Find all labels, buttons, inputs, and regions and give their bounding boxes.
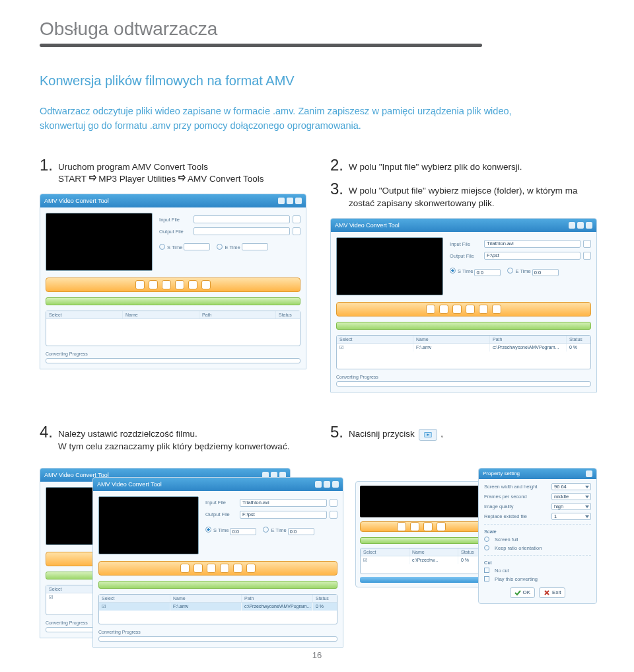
scale-ratio-radio[interactable] [484,545,489,550]
browse-input-button[interactable] [583,240,591,248]
pause-button[interactable] [194,564,203,573]
play-button[interactable] [397,522,406,531]
step-1-line-b-suffix: AMV Convert Tools [188,174,264,184]
input-file-field[interactable]: Triathlon.avi [240,499,327,507]
browse-input-button[interactable] [293,215,300,223]
etime-radio[interactable] [217,244,223,250]
stime-field[interactable]: 0:0 [474,269,501,276]
cell-select[interactable]: ☑ [337,344,413,352]
maximize-icon[interactable] [287,198,293,204]
timeline-bar[interactable] [98,581,337,589]
step-1: 1. Uruchom program AMV Convert Tools STA… [40,157,306,186]
stime-radio[interactable] [450,268,456,274]
minimize-icon[interactable] [315,481,322,488]
stime-field[interactable] [184,243,210,250]
pause-button[interactable] [149,280,158,289]
ok-button[interactable]: OK [510,587,536,598]
convert-button[interactable] [466,305,475,314]
stop-button[interactable] [452,305,462,314]
row-2: 4. Należy ustawić rozdzielczość filmu. W… [40,424,597,461]
cut-nocut-checkbox[interactable] [484,568,489,573]
quality-select[interactable]: high [551,503,591,510]
window-buttons [278,198,302,204]
th-name: Name [413,336,490,343]
minimize-icon[interactable] [278,198,285,204]
replace-select[interactable]: 1 [551,513,591,520]
resolution-select[interactable]: 96 64 [551,483,591,490]
browse-input-button[interactable] [330,499,337,507]
window-buttons [569,222,592,229]
table-row[interactable]: ☑F:\.amvc:\Przechwycone\AMVPogram...0 % [99,603,337,611]
cell-select[interactable]: ☑ [99,603,170,611]
stop-button[interactable] [423,522,433,531]
convert-button[interactable] [175,280,184,289]
col-step-1: 1. Uruchom program AMV Convert Tools STA… [40,157,306,393]
etime-radio[interactable] [263,527,269,533]
pause-button[interactable] [410,522,419,531]
output-file-field[interactable]: F:\pst [240,511,327,519]
maximize-icon[interactable] [577,222,584,229]
time-row: S Time E Time [159,243,300,250]
timeline-bar[interactable] [336,322,591,330]
close-icon[interactable] [332,481,339,488]
stop-button[interactable] [207,564,216,573]
stime-field[interactable]: 0:0 [230,528,256,535]
minimize-icon[interactable] [569,222,575,229]
ok-button-label: OK [523,589,531,595]
etime-radio[interactable] [507,268,513,274]
convert-button[interactable] [220,564,229,573]
settings-button[interactable] [188,280,197,289]
table-row[interactable]: ☑c:\Przechw...0 % [361,556,482,564]
output-file-field[interactable]: F:\pst [484,252,581,260]
play-button[interactable] [180,564,190,573]
timeline-bar[interactable] [360,537,483,544]
step-2-number: 2. [330,157,343,173]
stop-button[interactable] [162,280,171,289]
play-button[interactable] [135,280,145,289]
browse-output-button[interactable] [330,511,337,519]
settings-buttons: OK Exit [484,587,591,598]
help-button[interactable] [201,280,211,289]
etime-field[interactable]: 0:0 [532,269,559,276]
step-5-text: Naciśnij przycisk , [349,424,443,441]
help-button[interactable] [246,564,256,573]
cut-play-checkbox[interactable] [484,576,489,581]
help-button[interactable] [492,305,501,314]
settings-button[interactable] [233,564,242,573]
play-button[interactable] [426,305,435,314]
input-file-field[interactable]: Triathlon.avi [484,240,581,248]
stime-radio[interactable] [159,244,165,250]
progress-bar [98,636,337,642]
cancel-button[interactable]: Exit [539,587,565,598]
stime-radio[interactable] [205,527,211,533]
close-icon[interactable] [295,198,302,204]
output-file-field[interactable] [194,227,290,235]
converter-body: Input FileTriathlon.avi Output FileF:\ps… [93,491,343,647]
step-1-text: Uruchom program AMV Convert Tools START … [58,157,264,186]
col-step-2-3: 2. W polu "Input file" wybierz plik do k… [330,157,597,393]
settings-title: Property setting [483,470,520,476]
input-file-field[interactable] [194,215,290,223]
window-title: AMV Video Convert Tool [44,198,109,204]
scale-full-radio[interactable] [484,537,489,542]
table-spacer [337,352,590,369]
settings-button[interactable] [479,305,488,314]
timeline-bar[interactable] [46,297,300,305]
convert-button[interactable] [437,522,446,531]
browse-output-button[interactable] [293,227,300,235]
maximize-icon[interactable] [324,481,330,488]
browse-output-button[interactable] [583,252,591,260]
close-icon[interactable] [586,470,592,477]
step-4-text: Należy ustawić rozdzielczość filmu. W ty… [58,424,289,453]
step-1-number: 1. [40,157,53,173]
progress-section: Converting Progress [46,352,300,363]
close-icon[interactable] [586,222,592,229]
fps-select[interactable]: middle [551,493,591,500]
output-file-label: Output File [159,229,191,235]
etime-field[interactable] [242,243,268,250]
time-row: S Time0:0 E Time0:0 [450,268,591,276]
etime-field[interactable]: 0:0 [288,528,314,535]
pause-button[interactable] [439,305,448,314]
cell-select[interactable]: ☑ [361,556,409,564]
table-row[interactable]: ☑ F:\.amv c:\Przechwycone\AMVPogram... 0… [337,344,590,352]
